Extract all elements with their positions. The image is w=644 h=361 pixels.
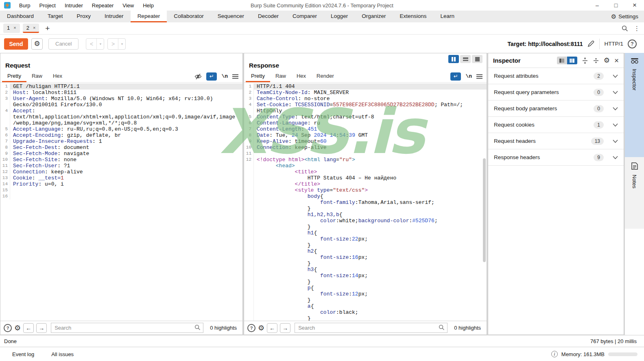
tab-learn[interactable]: Learn xyxy=(433,11,461,22)
request-editor[interactable]: 1GET /huligan HTTP/1.12Host: localhost:8… xyxy=(0,83,242,321)
help-icon[interactable]: ? xyxy=(4,324,12,332)
send-button[interactable]: Send xyxy=(4,38,28,50)
rows-layout-button[interactable] xyxy=(460,55,471,63)
repeater-tab-1[interactable]: 1× xyxy=(3,24,20,33)
help-icon[interactable]: ? xyxy=(628,39,637,48)
inspector-section-request-query-parameters[interactable]: Request query parameters0 xyxy=(488,84,624,101)
menu-project[interactable]: Project xyxy=(35,0,60,11)
search-settings-gear-icon[interactable]: ⚙ xyxy=(14,324,21,332)
menu-repeater[interactable]: Repeater xyxy=(87,0,118,11)
tab-logger[interactable]: Logger xyxy=(324,11,355,22)
editor-line: <head> xyxy=(244,163,487,169)
close-tab-icon[interactable]: × xyxy=(13,25,16,30)
search-settings-gear-icon[interactable]: ⚙ xyxy=(258,324,264,332)
back-request-button[interactable]: < ▾ xyxy=(86,38,104,50)
inspector-settings-gear-icon[interactable]: ⚙ xyxy=(604,57,610,64)
response-search-input[interactable] xyxy=(295,323,448,333)
tab-target[interactable]: Target xyxy=(41,11,70,22)
tab-organizer[interactable]: Organizer xyxy=(355,11,393,22)
previous-match-button[interactable]: ← xyxy=(23,323,34,333)
inspector-dock-left-button[interactable] xyxy=(557,57,567,64)
chevron-down-icon[interactable]: ▾ xyxy=(97,39,104,49)
response-scrollbar[interactable] xyxy=(483,158,486,262)
editor-line: <style type="text/css"> xyxy=(244,187,487,193)
tab-proxy[interactable]: Proxy xyxy=(70,11,98,22)
forward-request-button[interactable]: > ▾ xyxy=(107,38,126,50)
tab-decoder[interactable]: Decoder xyxy=(251,11,286,22)
event-log-button[interactable]: Event log xyxy=(12,351,34,357)
side-tab-inspector[interactable]: Inspector xyxy=(625,53,644,157)
add-tab-button[interactable]: + xyxy=(42,24,53,33)
line-number xyxy=(244,297,254,303)
request-search-input[interactable] xyxy=(51,323,203,333)
show-newlines-toggle[interactable]: \n xyxy=(465,73,472,79)
help-icon[interactable]: ? xyxy=(247,324,255,332)
response-tab-hex[interactable]: Hex xyxy=(291,70,311,82)
settings-button[interactable]: ⚙ Settings xyxy=(611,11,644,22)
window-titlebar: BurpProjectIntruderRepeaterViewHelp Burp… xyxy=(0,0,644,11)
chevron-down-icon[interactable] xyxy=(613,123,618,127)
line-number: 8 xyxy=(244,132,254,138)
response-tab-raw[interactable]: Raw xyxy=(270,70,291,82)
inspector-section-response-headers[interactable]: Response headers9 xyxy=(488,149,624,166)
tab-extensions[interactable]: Extensions xyxy=(393,11,433,22)
previous-match-button[interactable]: ← xyxy=(267,323,277,333)
tab-comparer[interactable]: Comparer xyxy=(286,11,324,22)
more-options-icon[interactable]: ⋮ xyxy=(634,25,640,32)
all-issues-button[interactable]: All issues xyxy=(51,351,74,357)
chevron-down-icon[interactable] xyxy=(613,156,618,159)
tabs-layout-button[interactable] xyxy=(472,55,482,63)
request-view-tabs: PrettyRawHex ↵ \n xyxy=(0,70,242,83)
minimize-button[interactable]: – xyxy=(588,0,607,11)
tab-intruder[interactable]: Intruder xyxy=(98,11,131,22)
inspector-section-request-attributes[interactable]: Request attributes2 xyxy=(488,68,624,84)
chevron-down-icon[interactable] xyxy=(613,91,618,94)
inspector-section-request-cookies[interactable]: Request cookies1 xyxy=(488,117,624,133)
inspector-dock-right-button[interactable] xyxy=(567,57,577,64)
maximize-button[interactable]: □ xyxy=(607,0,625,11)
request-tab-raw[interactable]: Raw xyxy=(26,70,48,82)
chevron-down-icon[interactable] xyxy=(613,140,618,143)
send-settings-button[interactable]: ⚙ xyxy=(31,38,43,50)
next-match-button[interactable]: → xyxy=(280,323,290,333)
editor-menu-icon[interactable] xyxy=(232,74,238,79)
inspector-section-request-headers[interactable]: Request headers13 xyxy=(488,133,624,149)
tab-repeater[interactable]: Repeater xyxy=(131,11,167,22)
response-tab-render[interactable]: Render xyxy=(311,70,339,82)
info-icon[interactable]: i xyxy=(551,351,558,357)
editor-line: h1,h2,h3,b{ xyxy=(244,212,487,218)
response-editor[interactable]: 1HTTP/1.1 4042TeamCity-Node-Id: MAIN_SER… xyxy=(244,83,487,321)
menu-burp[interactable]: Burp xyxy=(15,0,35,11)
close-button[interactable]: × xyxy=(625,0,644,11)
editor-menu-icon[interactable] xyxy=(476,74,482,79)
repeater-tab-2[interactable]: 2× xyxy=(23,24,39,33)
search-icon[interactable] xyxy=(622,25,628,32)
menu-intruder[interactable]: Intruder xyxy=(60,0,87,11)
hide-highlights-eye-off-icon[interactable] xyxy=(194,73,202,80)
line-number xyxy=(0,102,10,108)
edit-target-pencil-icon[interactable] xyxy=(587,40,595,48)
inspector-section-request-body-parameters[interactable]: Request body parameters0 xyxy=(488,101,624,117)
side-tab-notes[interactable]: Notes xyxy=(625,157,644,229)
chevron-down-icon[interactable]: ▾ xyxy=(118,39,125,49)
cancel-button[interactable]: Cancel xyxy=(48,38,79,50)
expand-all-icon[interactable] xyxy=(582,57,588,64)
close-tab-icon[interactable]: × xyxy=(33,25,35,30)
tab-collaborator[interactable]: Collaborator xyxy=(167,11,211,22)
request-tab-pretty[interactable]: Pretty xyxy=(2,70,26,82)
inspector-close-icon[interactable]: × xyxy=(614,57,619,64)
next-match-button[interactable]: → xyxy=(36,323,47,333)
chevron-down-icon[interactable] xyxy=(613,107,618,110)
show-newlines-toggle[interactable]: \n xyxy=(221,73,228,79)
request-tab-hex[interactable]: Hex xyxy=(48,70,68,82)
menu-view[interactable]: View xyxy=(118,0,138,11)
chevron-down-icon[interactable] xyxy=(613,74,618,78)
response-tab-pretty[interactable]: Pretty xyxy=(246,70,270,82)
tab-dashboard[interactable]: Dashboard xyxy=(0,11,41,22)
word-wrap-toggle[interactable]: ↵ xyxy=(206,72,217,81)
tab-sequencer[interactable]: Sequencer xyxy=(211,11,251,22)
columns-layout-button[interactable] xyxy=(448,55,459,63)
word-wrap-toggle[interactable]: ↵ xyxy=(450,72,461,81)
menu-help[interactable]: Help xyxy=(138,0,158,11)
collapse-all-icon[interactable] xyxy=(593,57,599,64)
